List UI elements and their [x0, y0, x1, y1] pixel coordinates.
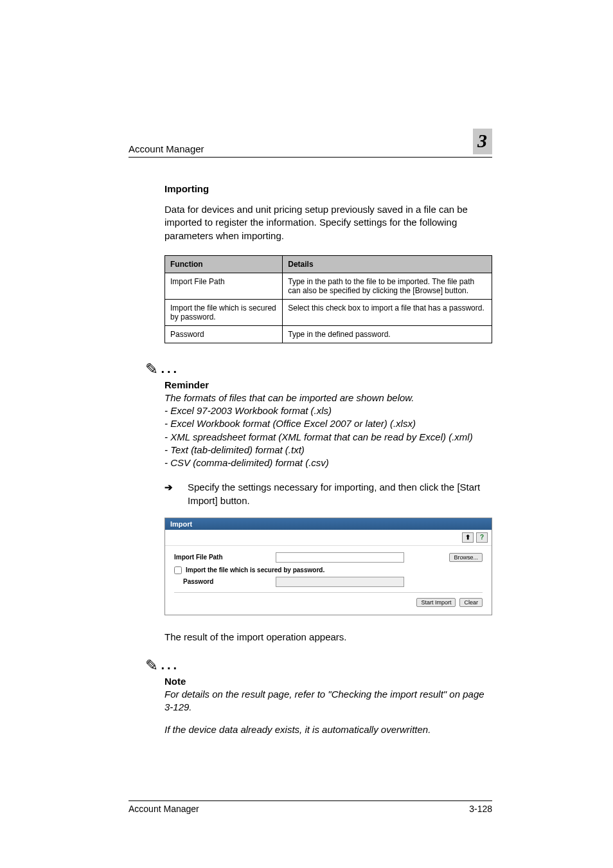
browse-button[interactable]: Browse... — [449, 553, 483, 562]
dialog-toolbar: ⬆ ? — [165, 530, 492, 546]
table-cell: Import the file which is secured by pass… — [165, 299, 283, 325]
reminder-body: The formats of files that can be importe… — [164, 392, 492, 470]
table-cell: Type in the defined password. — [283, 325, 492, 343]
table-row: Password Type in the defined password. — [165, 325, 492, 343]
header-section: Account Manager — [129, 143, 204, 154]
note-body: For details on the result page, refer to… — [164, 688, 492, 736]
import-path-input[interactable] — [276, 552, 404, 563]
table-cell: Password — [165, 325, 283, 343]
footer-left: Account Manager — [129, 804, 199, 814]
note-dots: ... — [161, 361, 179, 375]
note-dots: ... — [161, 658, 179, 672]
table-head-function: Function — [165, 255, 283, 273]
dialog-titlebar: Import — [165, 518, 492, 530]
reminder-line: - Text (tab-delimited) format (.txt) — [164, 444, 492, 457]
chapter-number: 3 — [477, 130, 487, 151]
reminder-line: The formats of files that can be importe… — [164, 392, 492, 404]
post-step-text: The result of the import operation appea… — [164, 631, 492, 644]
password-check-label: Import the file which is secured by pass… — [186, 566, 324, 574]
reminder-title: Reminder — [164, 379, 492, 390]
table-cell: Type in the path to the file to be impor… — [283, 273, 492, 299]
table-cell: Import File Path — [165, 273, 283, 299]
step-text: Specify the settings necessary for impor… — [188, 481, 492, 507]
reminder-line: - Excel Workbook format (Office Excel 20… — [164, 417, 492, 430]
step-item: ➔ Specify the settings necessary for imp… — [164, 481, 492, 507]
reminder-block: ✎ ... Reminder The formats of files that… — [164, 360, 492, 470]
start-import-button[interactable]: Start Import — [416, 598, 456, 607]
help-icon[interactable]: ? — [476, 532, 488, 543]
parameters-table: Function Details Import File Path Type i… — [164, 255, 492, 343]
note-block: ✎ ... Note For details on the result pag… — [164, 656, 492, 736]
running-header: Account Manager 3 — [129, 129, 492, 158]
password-label: Password — [183, 578, 271, 585]
note-paragraph: For details on the result page, refer to… — [164, 688, 492, 714]
chapter-number-box: 3 — [472, 129, 492, 154]
password-checkbox[interactable] — [174, 566, 182, 574]
table-head-details: Details — [283, 255, 492, 273]
import-path-label: Import File Path — [174, 554, 271, 561]
reminder-line: - CSV (comma-delimited) format (.csv) — [164, 457, 492, 469]
section-title: Importing — [164, 183, 492, 194]
note-paragraph: If the device data already exists, it is… — [164, 723, 492, 736]
import-dialog: Import ⬆ ? Import File Path Browse... Im… — [164, 518, 492, 615]
clear-button[interactable]: Clear — [459, 598, 483, 607]
footer-right: 3-128 — [469, 804, 492, 814]
page-footer: Account Manager 3-128 — [129, 800, 492, 814]
section-intro: Data for devices and unit pricing setup … — [164, 203, 492, 242]
note-icon: ✎ — [145, 360, 158, 378]
password-input[interactable] — [276, 577, 404, 587]
note-icon: ✎ — [145, 656, 158, 674]
table-row: Import File Path Type in the path to the… — [165, 273, 492, 299]
table-row: Import the file which is secured by pass… — [165, 299, 492, 325]
reminder-line: - Excel 97-2003 Workbook format (.xls) — [164, 404, 492, 417]
arrow-icon: ➔ — [164, 481, 188, 507]
note-title: Note — [164, 676, 492, 687]
up-icon[interactable]: ⬆ — [462, 532, 474, 543]
table-cell: Select this check box to import a file t… — [283, 299, 492, 325]
reminder-line: - XML spreadsheet format (XML format tha… — [164, 431, 492, 444]
